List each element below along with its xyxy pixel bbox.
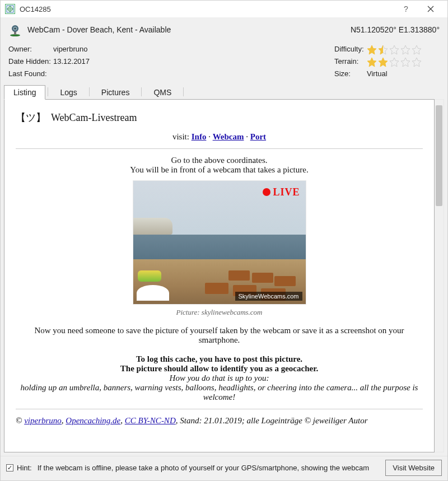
link-port[interactable]: Port	[250, 132, 266, 141]
log-hint-1: How you do that is up to you:	[16, 373, 423, 383]
cache-coords: N51.120520° E1.313880°	[351, 24, 440, 34]
tab-logs[interactable]: Logs	[50, 85, 86, 99]
link-info[interactable]: Info	[192, 132, 207, 141]
svg-marker-21	[401, 58, 410, 67]
listing-content: 【ツ】 WebCam-Livestream visit: Info · Webc…	[4, 99, 435, 452]
tab-qms[interactable]: QMS	[144, 85, 181, 99]
webcam-image: LIVE SkylineWebcams.com	[133, 180, 306, 305]
link-webcam[interactable]: Webcam	[213, 132, 244, 141]
bottom-bar: ✓ Hint: If the webcam is offline, please…	[1, 456, 447, 480]
tab-pictures[interactable]: Pictures	[92, 85, 139, 99]
log-rule-1: To log this cache, you have to post this…	[16, 354, 423, 364]
hint-label: Hint:	[17, 464, 32, 472]
window-title: OC14285	[20, 5, 394, 13]
instruction-para: Now you need someone to save the picture…	[16, 326, 423, 345]
size-value: Virtual	[367, 68, 440, 80]
webcam-icon	[8, 24, 22, 38]
hint-text: If the webcam is offline, please take a …	[38, 464, 380, 472]
terrain-label: Terrain:	[334, 55, 367, 68]
svg-marker-15	[390, 45, 399, 54]
titlebar: OC14285 ?	[1, 1, 447, 17]
cache-name: WebCam - Dover Beach, Kent - Available	[27, 24, 351, 34]
owner-label: Owner:	[8, 43, 53, 55]
last-found-label: Last Found:	[8, 68, 53, 80]
log-hint-2: holding up an umbrella, banners, warning…	[16, 383, 423, 402]
scrollbar[interactable]	[435, 99, 444, 452]
header: WebCam - Dover Beach, Kent - Available N…	[1, 17, 447, 41]
visit-links: visit: Info · Webcam · Port	[16, 132, 423, 142]
visit-website-button[interactable]: Visit Website	[385, 460, 442, 476]
listing-title: 【ツ】 WebCam-Livestream	[16, 111, 423, 124]
help-button[interactable]: ?	[394, 1, 418, 17]
difficulty-stars	[367, 45, 422, 55]
close-button[interactable]	[418, 1, 443, 17]
image-watermark: SkylineWebcams.com	[235, 292, 302, 301]
svg-marker-17	[412, 45, 421, 54]
instruction-2: You will be in front of a webcam that ta…	[16, 165, 423, 175]
log-rule-2: The picture should allow to identify you…	[16, 364, 423, 373]
credit-site[interactable]: Opencaching.de	[66, 416, 120, 425]
credit-license[interactable]: CC BY-NC-ND	[125, 416, 176, 425]
emoji: 【ツ】	[16, 112, 46, 123]
scrollbar-thumb[interactable]	[436, 105, 442, 206]
last-found-value	[53, 68, 334, 80]
divider	[16, 148, 423, 149]
svg-marker-18	[367, 58, 376, 67]
instruction-1: Go to the above coordinates.	[16, 156, 423, 165]
svg-marker-20	[390, 58, 399, 67]
credit-author[interactable]: viperbruno	[24, 416, 62, 425]
window: OC14285 ? WebCam - Dover Beach, Kent - A…	[0, 0, 448, 481]
tab-listing[interactable]: Listing	[4, 85, 45, 100]
content-wrap: 【ツ】 WebCam-Livestream visit: Info · Webc…	[4, 99, 444, 452]
tabs: ListingLogsPicturesQMS	[1, 85, 447, 99]
date-hidden-label: Date Hidden:	[8, 55, 53, 68]
date-hidden-value: 13.12.2017	[53, 55, 334, 68]
owner-value: viperbruno	[53, 43, 334, 55]
svg-marker-22	[412, 58, 421, 67]
live-badge: LIVE	[263, 186, 300, 198]
hint-checkbox[interactable]: ✓	[6, 464, 13, 471]
difficulty-label: Difficulty:	[334, 43, 367, 55]
image-caption: Picture: skylinewebcams.com	[16, 308, 423, 317]
credit-line: © viperbruno, Opencaching.de, CC BY-NC-N…	[16, 416, 423, 426]
svg-marker-16	[401, 45, 410, 54]
size-label: Size:	[334, 68, 367, 80]
svg-marker-11	[367, 45, 376, 54]
info-grid: Owner: viperbruno Difficulty: Date Hidde…	[1, 41, 447, 85]
svg-point-10	[14, 27, 16, 30]
terrain-stars	[367, 57, 422, 67]
svg-marker-19	[379, 58, 388, 67]
divider	[16, 409, 423, 409]
app-icon	[5, 4, 15, 14]
